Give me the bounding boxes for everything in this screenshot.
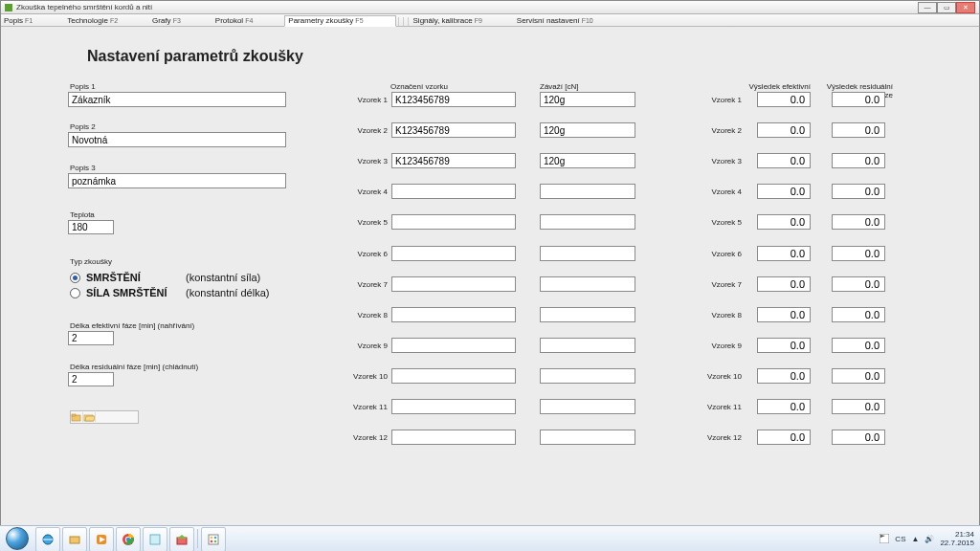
maximize-button[interactable]: ▭ xyxy=(937,2,956,13)
header-zavazi: Závaží [cN] xyxy=(540,82,578,91)
tray-time[interactable]: 21:34 xyxy=(940,530,974,539)
menu-sign-ly-kalibrace[interactable]: Signály, kalibraceF9 xyxy=(411,16,514,26)
tray-vol-icon[interactable]: 🔊 xyxy=(924,535,934,543)
input-popis2[interactable] xyxy=(68,132,286,147)
radio-sila-smrsteni[interactable]: SÍLA SMRŠTĚNÍ (konstantní délka) xyxy=(70,287,269,298)
input-oznaceni[interactable] xyxy=(391,184,516,199)
result-res: 0.0 xyxy=(832,307,885,322)
sample-label-right: Vzorek 10 xyxy=(702,372,742,381)
menu-fkey: F1 xyxy=(25,17,33,24)
sample-label-right: Vzorek 6 xyxy=(702,250,742,258)
sample-label-left: Vzorek 12 xyxy=(347,433,388,442)
menu-label: Parametry zkoušky xyxy=(288,16,353,25)
input-zavazi[interactable] xyxy=(540,92,635,107)
input-oznaceni[interactable] xyxy=(391,153,516,168)
result-res: 0.0 xyxy=(832,122,885,138)
input-zavazi[interactable] xyxy=(540,214,635,230)
folder-icon[interactable] xyxy=(71,412,83,422)
input-oznaceni[interactable] xyxy=(391,246,516,261)
input-zavazi[interactable] xyxy=(540,246,635,261)
input-oznaceni[interactable] xyxy=(391,307,516,322)
input-popis1[interactable] xyxy=(68,92,286,107)
input-oznaceni[interactable] xyxy=(391,338,516,353)
radio-2-icon xyxy=(70,288,80,298)
result-res: 0.0 xyxy=(832,246,885,261)
sample-label-left: Vzorek 10 xyxy=(347,372,388,381)
input-teplota[interactable] xyxy=(68,220,114,234)
client-area: Nastavení parametrů zkoušky Popis 1 Popi… xyxy=(1,27,979,525)
result-eff: 0.0 xyxy=(757,214,811,230)
menu-label: Technologie xyxy=(67,16,108,25)
menu-popis[interactable]: PopisF1 xyxy=(1,16,64,26)
svg-point-15 xyxy=(211,537,213,540)
result-eff: 0.0 xyxy=(757,92,811,107)
start-button[interactable] xyxy=(0,526,34,551)
input-popis3[interactable] xyxy=(68,173,286,188)
input-oznaceni[interactable] xyxy=(391,122,516,138)
input-zavazi[interactable] xyxy=(540,153,635,168)
sample-label-left: Vzorek 11 xyxy=(347,403,388,411)
input-zavazi[interactable] xyxy=(540,399,635,414)
task-chrome[interactable] xyxy=(116,527,141,551)
svg-point-17 xyxy=(211,540,213,543)
input-zavazi[interactable] xyxy=(540,276,635,292)
input-zavazi[interactable] xyxy=(540,430,635,445)
task-running-paint[interactable] xyxy=(201,527,226,551)
task-app1[interactable] xyxy=(143,527,167,551)
task-explorer[interactable] xyxy=(62,527,87,551)
menu-parametry-zkou-ky[interactable]: Parametry zkouškyF5 xyxy=(284,15,395,27)
taskbar: CS ▲ 🔊 21:34 22.7.2015 xyxy=(0,525,980,551)
radio-2-sub: (konstantní délka) xyxy=(186,287,269,298)
input-delka-eff[interactable] xyxy=(68,331,114,345)
input-zavazi[interactable] xyxy=(540,338,635,353)
titlebar: Zkouška tepelného smrštění kordů a nití … xyxy=(1,1,979,14)
result-res: 0.0 xyxy=(832,368,885,384)
input-zavazi[interactable] xyxy=(540,307,635,322)
sample-label-left: Vzorek 2 xyxy=(347,126,388,135)
input-oznaceni[interactable] xyxy=(391,214,516,230)
tray-date[interactable]: 22.7.2015 xyxy=(940,539,974,547)
label-popis3: Popis 3 xyxy=(70,164,96,172)
tray-net-icon[interactable]: ▲ xyxy=(911,535,919,543)
tray-lang[interactable]: CS xyxy=(895,535,905,543)
input-zavazi[interactable] xyxy=(540,122,635,138)
input-zavazi[interactable] xyxy=(540,184,635,199)
sample-label-right: Vzorek 4 xyxy=(702,187,742,196)
label-delka-res: Délka residuální fáze [min] (chládnutí) xyxy=(70,363,198,371)
sample-label-left: Vzorek 9 xyxy=(347,342,388,350)
result-res: 0.0 xyxy=(832,214,885,230)
result-eff: 0.0 xyxy=(757,276,811,292)
label-popis2: Popis 2 xyxy=(70,122,96,131)
minimize-button[interactable]: — xyxy=(918,2,937,13)
svg-marker-3 xyxy=(85,416,95,421)
input-oznaceni[interactable] xyxy=(391,430,516,445)
menu-servisn-nastaven-[interactable]: Servisní nastaveníF10 xyxy=(514,16,625,26)
result-eff: 0.0 xyxy=(757,184,811,199)
input-oznaceni[interactable] xyxy=(391,276,516,292)
input-oznaceni[interactable] xyxy=(391,368,516,384)
page-title: Nastavení parametrů zkoušky xyxy=(87,48,303,65)
input-oznaceni[interactable] xyxy=(391,92,516,107)
taskbar-separator xyxy=(197,529,198,548)
input-delka-res[interactable] xyxy=(68,372,114,386)
tray-flag-icon[interactable] xyxy=(880,534,889,543)
radio-1-main: SMRŠTĚNÍ xyxy=(86,272,180,283)
result-eff: 0.0 xyxy=(757,368,811,384)
svg-point-16 xyxy=(214,537,217,540)
result-eff: 0.0 xyxy=(757,399,811,414)
input-oznaceni[interactable] xyxy=(391,399,516,414)
radio-smrsteni[interactable]: SMRŠTĚNÍ (konstantní síla) xyxy=(70,272,260,283)
task-media[interactable] xyxy=(89,527,114,551)
task-app2[interactable] xyxy=(169,527,194,551)
menu-grafy[interactable]: GrafyF3 xyxy=(149,16,212,26)
menu-protokol[interactable]: ProtokolF4 xyxy=(212,16,285,26)
result-eff: 0.0 xyxy=(757,338,811,353)
menu-technologie[interactable]: TechnologieF2 xyxy=(64,16,149,26)
close-button[interactable]: ✕ xyxy=(956,2,975,13)
result-eff: 0.0 xyxy=(757,307,811,322)
result-res: 0.0 xyxy=(832,184,885,199)
open-folder-icon[interactable] xyxy=(83,412,96,422)
input-zavazi[interactable] xyxy=(540,368,635,384)
task-ie[interactable] xyxy=(35,527,60,551)
result-eff: 0.0 xyxy=(757,246,811,261)
